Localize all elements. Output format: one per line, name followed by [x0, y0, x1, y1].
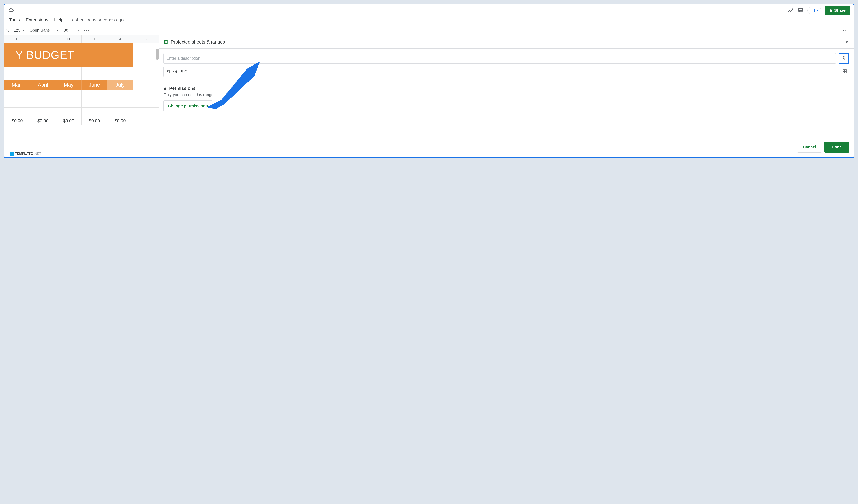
svg-rect-1: [799, 10, 801, 10]
col-header[interactable]: I: [82, 35, 107, 43]
total-cell[interactable]: $0.00: [4, 116, 30, 125]
comments-icon[interactable]: [797, 7, 804, 14]
total-cell[interactable]: $0.00: [82, 116, 107, 125]
col-header[interactable]: G: [30, 35, 56, 43]
watermark: T TEMPLATE.NET: [10, 152, 41, 156]
share-label: Share: [834, 8, 845, 13]
lock-icon: [163, 86, 167, 91]
menu-extensions[interactable]: Extensions: [26, 17, 48, 22]
svg-rect-5: [166, 41, 167, 42]
chevron-down-icon: ▾: [816, 9, 818, 12]
font-family-dropdown[interactable]: Open Sans▼: [29, 27, 60, 33]
title-bar: ▾ Share: [4, 4, 854, 15]
toolbar: ⇆ 123▼ Open Sans▼ 30▼ •••: [4, 25, 854, 35]
spreadsheet-grid[interactable]: F G H I J K Y BUDGET Mar April May June …: [4, 35, 159, 157]
svg-rect-0: [799, 9, 802, 10]
last-edit-link[interactable]: Last edit was seconds ago: [69, 17, 124, 22]
font-size-label: 30: [64, 28, 68, 33]
collapse-toolbar-icon[interactable]: [842, 28, 846, 33]
watermark-badge: T: [10, 152, 14, 156]
col-header[interactable]: J: [107, 35, 133, 43]
scrollbar-thumb[interactable]: [156, 49, 159, 60]
total-cell[interactable]: $0.00: [107, 116, 133, 125]
app-window: ▾ Share a Tools Extensions Help Last edi…: [4, 4, 854, 158]
watermark-name: TEMPLATE: [15, 152, 33, 156]
col-header[interactable]: F: [4, 35, 30, 43]
cloud-sync-icon[interactable]: [8, 8, 14, 13]
watermark-suffix: .NET: [34, 152, 41, 156]
content-area: F G H I J K Y BUDGET Mar April May June …: [4, 35, 854, 157]
month-cell[interactable]: June: [82, 80, 107, 90]
menu-bar: a Tools Extensions Help Last edit was se…: [4, 15, 854, 25]
column-headers: F G H I J K: [4, 35, 159, 43]
range-input[interactable]: Sheet1!B:C: [163, 67, 838, 77]
number-format-label: 123: [14, 28, 20, 33]
toolbar-truncated-icon[interactable]: ⇆: [6, 28, 10, 33]
description-input[interactable]: Enter a description: [163, 53, 836, 64]
sheets-icon: [163, 40, 168, 45]
svg-rect-4: [165, 41, 165, 42]
month-cell[interactable]: May: [56, 80, 82, 90]
col-header[interactable]: K: [133, 35, 159, 43]
done-button[interactable]: Done: [824, 142, 849, 153]
svg-rect-6: [165, 42, 165, 43]
grid-icon: [842, 69, 847, 74]
title-cell[interactable]: Y BUDGET: [4, 43, 133, 67]
total-cell[interactable]: $0.00: [56, 116, 82, 125]
menu-tools[interactable]: Tools: [9, 17, 20, 22]
cancel-button[interactable]: Cancel: [797, 142, 822, 153]
font-family-label: Open Sans: [30, 28, 50, 33]
protected-ranges-panel: Protected sheets & ranges ✕ Enter a desc…: [159, 35, 854, 157]
change-permissions-button[interactable]: Change permissions: [163, 100, 212, 112]
present-button[interactable]: ▾: [808, 7, 821, 14]
select-range-button[interactable]: [840, 67, 849, 77]
share-button[interactable]: Share: [825, 6, 850, 15]
svg-rect-3: [164, 40, 168, 44]
trend-icon[interactable]: [787, 8, 794, 13]
col-header[interactable]: H: [56, 35, 82, 43]
number-format-dropdown[interactable]: 123▼: [13, 27, 26, 33]
close-icon[interactable]: ✕: [845, 39, 849, 45]
more-toolbar-icon[interactable]: •••: [84, 28, 90, 33]
permissions-description: Only you can edit this range.: [163, 92, 849, 97]
total-cell[interactable]: $0.00: [30, 116, 56, 125]
svg-rect-7: [166, 42, 167, 43]
delete-range-button[interactable]: [839, 53, 849, 64]
month-cell[interactable]: April: [30, 80, 56, 90]
font-size-dropdown[interactable]: 30▼: [63, 27, 81, 33]
panel-title: Protected sheets & ranges: [171, 39, 843, 45]
totals-row: $0.00 $0.00 $0.00 $0.00 $0.00: [4, 116, 159, 125]
menu-help[interactable]: Help: [54, 17, 64, 22]
month-header-row: Mar April May June July: [4, 80, 159, 90]
month-cell[interactable]: July: [107, 80, 133, 90]
trash-icon: [842, 56, 846, 61]
permissions-heading: Permissions: [169, 86, 195, 91]
month-cell[interactable]: Mar: [4, 80, 30, 90]
